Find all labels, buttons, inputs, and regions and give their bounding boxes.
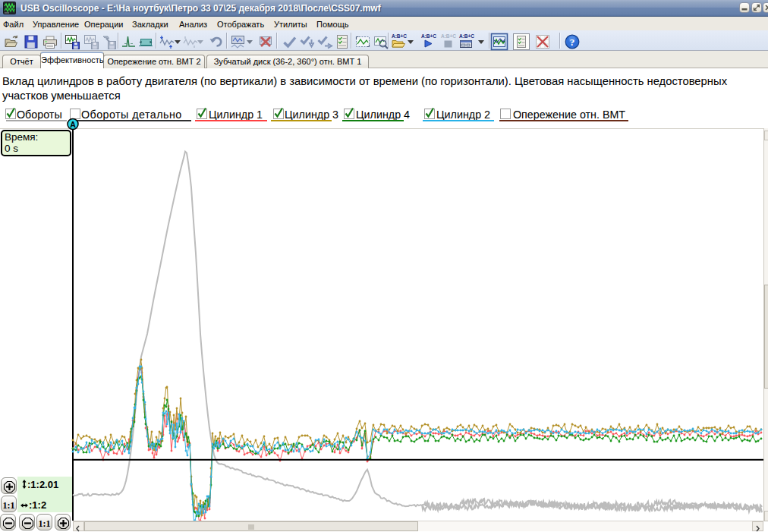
- svg-text:A:B+C: A:B+C: [459, 33, 474, 39]
- svg-text:A:B+C: A:B+C: [421, 33, 436, 39]
- svg-text:A: A: [70, 120, 76, 129]
- svg-text:A:B+C: A:B+C: [441, 33, 456, 39]
- svg-text:?: ?: [570, 36, 575, 48]
- svg-text:A:B+C: A:B+C: [392, 33, 407, 39]
